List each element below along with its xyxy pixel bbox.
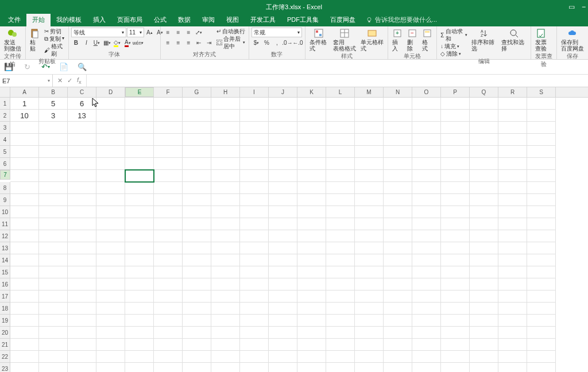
phonetic-button[interactable]: wén▾: [133, 38, 143, 48]
cell-J19[interactable]: [269, 315, 297, 327]
cell-G23[interactable]: [183, 363, 211, 372]
cell-D14[interactable]: [96, 254, 125, 266]
cell-J12[interactable]: [269, 230, 297, 242]
cell-F15[interactable]: [154, 266, 183, 278]
cell-E18[interactable]: [125, 303, 154, 315]
cell-A6[interactable]: [10, 158, 39, 170]
cell-O19[interactable]: [412, 315, 441, 327]
cell-K23[interactable]: [297, 363, 326, 372]
cell-I10[interactable]: [240, 206, 269, 218]
cell-M21[interactable]: [355, 339, 384, 351]
cell-L8[interactable]: [326, 182, 355, 194]
cell-M2[interactable]: [355, 110, 384, 122]
cell-C7[interactable]: [68, 170, 96, 182]
cell-A21[interactable]: [10, 339, 39, 351]
cell-O14[interactable]: [412, 254, 441, 266]
cell-G18[interactable]: [183, 303, 211, 315]
cancel-formula-button[interactable]: ✕: [57, 77, 63, 84]
cell-styles-button[interactable]: 单元格样式: [359, 28, 386, 52]
cell-F5[interactable]: [154, 146, 183, 158]
cell-H13[interactable]: [211, 242, 240, 254]
cell-D5[interactable]: [96, 146, 125, 158]
cell-P20[interactable]: [441, 327, 470, 339]
cell-K6[interactable]: [297, 158, 326, 170]
column-header-D[interactable]: D: [96, 87, 125, 97]
cell-P22[interactable]: [441, 351, 470, 363]
cell-P4[interactable]: [441, 134, 470, 146]
cell-J1[interactable]: [269, 98, 297, 110]
font-size-select[interactable]: 11▾: [127, 28, 144, 37]
cell-G14[interactable]: [183, 254, 211, 266]
cell-M19[interactable]: [355, 315, 384, 327]
cell-O15[interactable]: [412, 266, 441, 278]
cell-G6[interactable]: [183, 158, 211, 170]
cell-G5[interactable]: [183, 146, 211, 158]
cell-A20[interactable]: [10, 327, 39, 339]
column-header-J[interactable]: J: [269, 87, 297, 97]
row-header-2[interactable]: 2: [0, 110, 10, 122]
cell-L6[interactable]: [326, 158, 355, 170]
row-header-13[interactable]: 13: [0, 242, 10, 254]
row-header-21[interactable]: 21: [0, 339, 10, 351]
cell-L11[interactable]: [326, 218, 355, 230]
cell-C23[interactable]: [68, 363, 96, 372]
cell-K22[interactable]: [297, 351, 326, 363]
cell-P6[interactable]: [441, 158, 470, 170]
row-header-11[interactable]: 11: [0, 218, 10, 230]
cell-A4[interactable]: [10, 134, 39, 146]
cell-F10[interactable]: [154, 206, 183, 218]
column-header-R[interactable]: R: [498, 87, 527, 97]
cell-H5[interactable]: [211, 146, 240, 158]
cell-D4[interactable]: [96, 134, 125, 146]
cell-B12[interactable]: [39, 230, 68, 242]
cell-C10[interactable]: [68, 206, 96, 218]
cell-S20[interactable]: [527, 327, 556, 339]
cell-B1[interactable]: 5: [39, 98, 68, 110]
cell-B4[interactable]: [39, 134, 68, 146]
cell-O13[interactable]: [412, 242, 441, 254]
cell-M4[interactable]: [355, 134, 384, 146]
orientation-button[interactable]: ⤢▾: [194, 28, 204, 37]
cell-M5[interactable]: [355, 146, 384, 158]
cell-R21[interactable]: [498, 339, 527, 351]
paste-button[interactable]: 粘贴: [28, 28, 42, 52]
cell-A8[interactable]: [10, 182, 39, 194]
format-painter-button[interactable]: 🖌格式刷: [43, 42, 66, 57]
cell-R8[interactable]: [498, 182, 527, 194]
cell-N13[interactable]: [384, 242, 412, 254]
cell-B21[interactable]: [39, 339, 68, 351]
cell-S16[interactable]: [527, 278, 556, 290]
cell-N3[interactable]: [384, 122, 412, 134]
cell-J4[interactable]: [269, 134, 297, 146]
cell-K12[interactable]: [297, 230, 326, 242]
cell-K1[interactable]: [297, 98, 326, 110]
cell-C18[interactable]: [68, 303, 96, 315]
cell-Q19[interactable]: [470, 315, 498, 327]
cell-M3[interactable]: [355, 122, 384, 134]
fill-button[interactable]: ↓填充▾: [439, 42, 469, 50]
column-header-H[interactable]: H: [211, 87, 240, 97]
column-header-P[interactable]: P: [441, 87, 470, 97]
cell-A19[interactable]: [10, 315, 39, 327]
cell-O1[interactable]: [412, 98, 441, 110]
format-as-table-button[interactable]: 套用 表格格式: [331, 28, 358, 52]
grow-font-button[interactable]: A▴: [145, 28, 154, 37]
cell-C12[interactable]: [68, 230, 96, 242]
cell-R13[interactable]: [498, 242, 527, 254]
cell-M10[interactable]: [355, 206, 384, 218]
cell-L3[interactable]: [326, 122, 355, 134]
cell-A3[interactable]: [10, 122, 39, 134]
cell-F2[interactable]: [154, 110, 183, 122]
cell-S5[interactable]: [527, 146, 556, 158]
column-header-Q[interactable]: Q: [470, 87, 498, 97]
cell-E14[interactable]: [125, 254, 154, 266]
cell-I1[interactable]: [240, 98, 269, 110]
cell-J23[interactable]: [269, 363, 297, 372]
row-header-12[interactable]: 12: [0, 230, 10, 242]
cell-C9[interactable]: [68, 194, 96, 206]
cell-D9[interactable]: [96, 194, 125, 206]
column-header-A[interactable]: A: [10, 87, 39, 97]
cell-D13[interactable]: [96, 242, 125, 254]
cell-A9[interactable]: [10, 194, 39, 206]
column-header-N[interactable]: N: [384, 87, 412, 97]
